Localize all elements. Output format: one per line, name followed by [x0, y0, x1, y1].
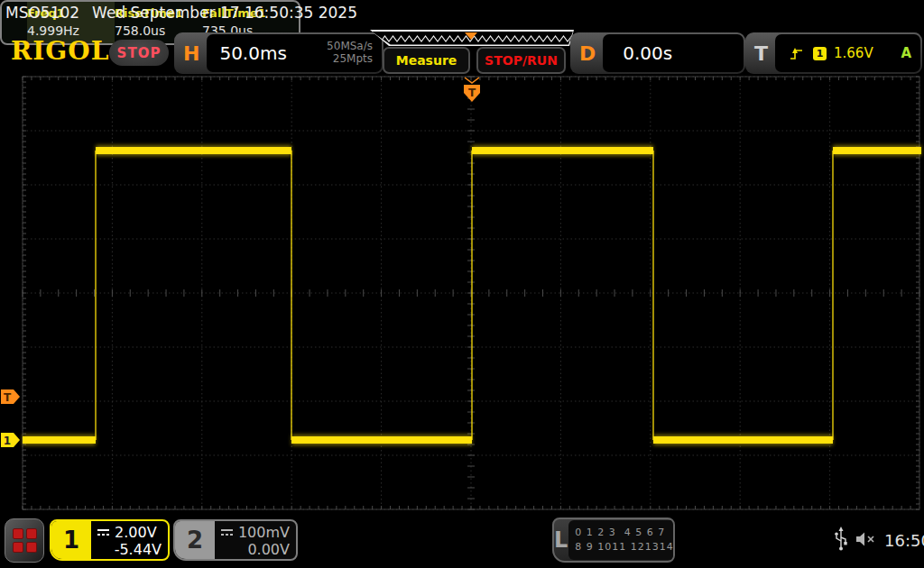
trigger-panel[interactable]: T 1 1.66V A: [745, 32, 922, 74]
run-state-badge[interactable]: STOP: [109, 40, 169, 66]
channel1-scale: 2.00V: [115, 524, 157, 541]
stop-run-button[interactable]: STOP/RUN: [476, 47, 566, 74]
logic-channels-row1: 0 1 2 3 4 5 6 7: [575, 526, 675, 541]
logic-analyzer-status[interactable]: L 0 1 2 3 4 5 6 7 8 9 1011 12131415: [552, 518, 675, 563]
measure-button[interactable]: Measure: [383, 47, 470, 74]
graticule-waveform-display: TT1: [0, 0, 924, 568]
horizontal-label: H: [176, 42, 207, 65]
delay-label: D: [572, 42, 603, 65]
model-name: MSO5102: [5, 4, 79, 22]
channel1-number[interactable]: 1: [51, 521, 91, 559]
rigol-logo: RIGOL: [11, 36, 109, 66]
dc-coupling-icon: [97, 528, 110, 537]
trigger-mode: A: [901, 45, 911, 61]
trigger-slope-icon: [790, 46, 804, 61]
speaker-muted-icon[interactable]: [855, 530, 879, 548]
usb-icon: [833, 526, 849, 553]
datetime-text: Wed September 17 16:50:35 2025: [92, 4, 357, 22]
svg-text:1: 1: [4, 435, 11, 447]
channel1-offset: -5.44V: [97, 541, 162, 558]
svg-text:T: T: [468, 87, 476, 99]
svg-text:T: T: [4, 391, 12, 404]
channel2-offset: 0.00V: [220, 541, 290, 558]
channel2-scale: 100mV: [238, 524, 290, 541]
channel2-number[interactable]: 2: [175, 521, 215, 559]
trigger-level-value[interactable]: 1.66V: [834, 45, 873, 61]
acquisition-rates: 50MSa/s 25Mpts: [327, 41, 373, 66]
logic-analyzer-label: L: [554, 519, 568, 561]
logic-channels-row2: 8 9 1011 12131415: [575, 540, 675, 555]
delay-panel[interactable]: D 0.00s: [570, 32, 745, 74]
preview-zigzag: [371, 32, 573, 45]
oscilloscope-screen: TT1 MSO5102Wed September 17 16:50:35 202…: [0, 0, 924, 568]
trigger-source-badge: 1: [813, 47, 827, 60]
title-bar: MSO5102Wed September 17 16:50:35 2025: [5, 4, 357, 22]
channel2-status[interactable]: 2 100mV 0.00V: [173, 519, 298, 561]
dc-coupling-icon: [220, 528, 234, 537]
channel1-status[interactable]: 1 2.00V -5.44V: [50, 519, 170, 561]
memory-depth: 25Mpts: [327, 53, 373, 66]
waveform-preview-strip[interactable]: [370, 30, 574, 46]
clock-text: 16:50: [884, 531, 924, 550]
horizontal-panel[interactable]: H 50.0ms 50MSa/s 25Mpts: [174, 32, 383, 74]
menu-grid-icon: [13, 528, 37, 553]
trigger-label: T: [747, 42, 775, 65]
delay-value[interactable]: 0.00s: [623, 42, 672, 64]
menu-button[interactable]: [5, 518, 44, 563]
sample-rate: 50MSa/s: [327, 41, 373, 53]
timebase-value[interactable]: 50.0ms: [219, 42, 286, 64]
